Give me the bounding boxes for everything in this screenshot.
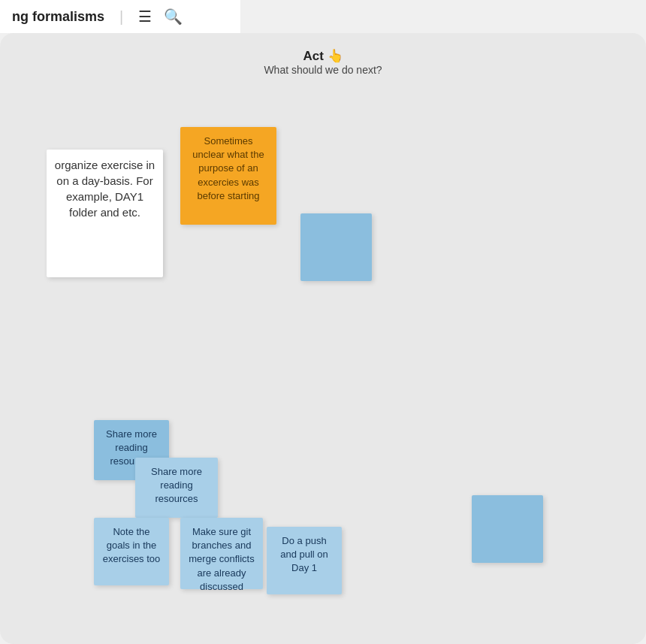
board-subtitle: What should we do next? [0,64,646,76]
divider: | [119,8,123,26]
note-goals[interactable]: Note the goals in the exercises too [94,518,169,585]
main-board: Act 👆 What should we do next? organize e… [0,33,646,644]
note-share-reading-front[interactable]: Share more reading resources [135,458,218,518]
note-blue-empty[interactable] [300,213,372,281]
menu-icon[interactable]: ☰ [138,8,152,26]
note-orange[interactable]: Sometimes unclear what the purpose of an… [180,127,276,225]
note-blue-empty2[interactable] [472,495,543,563]
note-white[interactable]: organize exercise in on a day-basis. For… [47,150,163,277]
header-title: ng formalisms [12,9,104,25]
board-header: Act 👆 What should we do next? [0,33,646,76]
note-git[interactable]: Make sure git branches and merge conflic… [180,518,263,589]
search-icon[interactable]: 🔍 [164,8,183,26]
board-title: Act 👆 [0,48,646,64]
header: ng formalisms | ☰ 🔍 [0,0,240,33]
note-push-pull[interactable]: Do a push and pull on Day 1 [267,527,342,594]
